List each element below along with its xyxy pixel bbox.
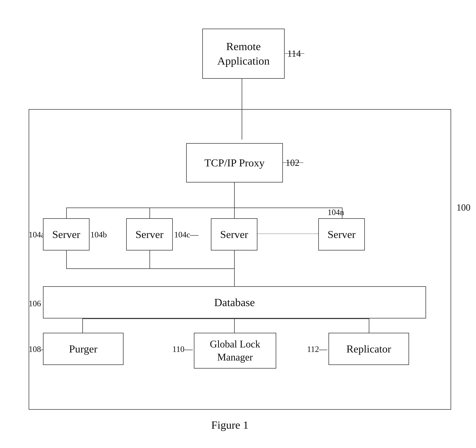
server-b-box: Server — [126, 218, 173, 251]
glm-line1: Global Lock — [210, 338, 260, 350]
figure-caption: Figure 1 — [211, 419, 249, 431]
server-n-box: Server — [318, 218, 365, 251]
proxy-box: TCP/IP Proxy — [186, 143, 283, 183]
purger-label: Purger — [69, 343, 97, 355]
remote-application-box: Remote Application — [202, 29, 285, 79]
remote-app-line2: Application — [217, 55, 270, 67]
server-a-label: Server — [52, 228, 80, 241]
server-a-box: Server — [43, 218, 90, 251]
server-b-label: Server — [136, 228, 164, 241]
server-c-label: Server — [220, 228, 248, 241]
label-100: 100 — [457, 202, 470, 213]
server-c-box: Server — [211, 218, 257, 251]
replicator-label: Replicator — [346, 343, 391, 355]
replicator-box: Replicator — [329, 333, 409, 365]
remote-app-line1: Remote — [226, 40, 261, 52]
purger-box: Purger — [43, 333, 124, 365]
database-label: Database — [214, 296, 255, 309]
proxy-label: TCP/IP Proxy — [204, 157, 265, 169]
diagram: Remote Application 114 100 TCP/IP Proxy … — [14, 14, 462, 435]
remote-application-label: Remote Application — [217, 39, 270, 68]
global-lock-manager-box: Global Lock Manager — [194, 333, 276, 369]
database-box: Database — [43, 286, 426, 319]
server-n-label: Server — [328, 228, 356, 241]
label-114: 114 — [287, 48, 301, 59]
glm-label: Global Lock Manager — [210, 338, 260, 364]
glm-line2: Manager — [217, 352, 253, 363]
